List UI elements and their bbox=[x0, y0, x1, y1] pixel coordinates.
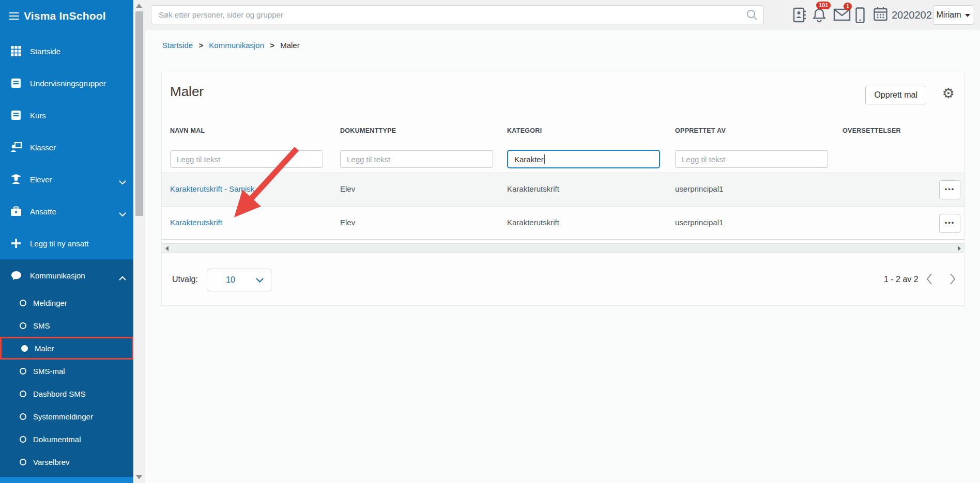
radio-circle-icon bbox=[20, 300, 26, 306]
pagination-bar: Utvalg: 10 1 - 2 av 2 bbox=[162, 261, 964, 298]
page-size-value: 10 bbox=[226, 275, 235, 285]
sidebar-item-undervisningsgrupper[interactable]: Undervisningsgrupper bbox=[0, 67, 133, 99]
breadcrumb-kommunikasjon[interactable]: Kommunikasjon bbox=[209, 41, 264, 50]
column-header-kategori: KATEGORI bbox=[507, 127, 542, 134]
created-by-cell: userprincipal1 bbox=[675, 218, 723, 227]
notifications-badge: 101 bbox=[816, 2, 831, 9]
table-row: Karakterutskrift Elev Karakterutskrift u… bbox=[162, 206, 964, 240]
briefcase-icon bbox=[10, 206, 22, 217]
school-year-label: 20202021 bbox=[892, 9, 938, 21]
filter-kategori-input[interactable]: Karakter bbox=[507, 150, 660, 168]
table-row: Karakterutskrift - Samisk Elev Karakteru… bbox=[162, 173, 964, 206]
template-name-link[interactable]: Karakterutskrift - Samisk bbox=[170, 184, 254, 193]
page-title: Maler bbox=[170, 84, 204, 100]
book-icon bbox=[10, 77, 22, 89]
table-header-row: NAVN MAL DOKUMENTTYPE KATEGORI OPPRETTET… bbox=[162, 127, 964, 137]
sidebar-subitem-dashbord-sms[interactable]: Dashbord SMS bbox=[0, 382, 133, 405]
sidebar-next-item-edge bbox=[0, 477, 133, 483]
sidebar-subitem-systemmeldinger[interactable]: Systemmeldinger bbox=[0, 405, 133, 428]
column-header-opprettet-av: OPPRETTET AV bbox=[675, 127, 726, 134]
envelope-icon[interactable]: 1 bbox=[833, 7, 851, 24]
radio-filled-icon bbox=[21, 345, 28, 352]
kommunikasjon-group: Kommunikasjon Meldinger SMS Maler SMS-ma… bbox=[0, 259, 133, 477]
text-cursor bbox=[544, 154, 545, 164]
row-actions-button[interactable]: ••• bbox=[939, 180, 960, 199]
breadcrumb-separator: > bbox=[198, 41, 203, 50]
sidebar-subitem-sms[interactable]: SMS bbox=[0, 314, 133, 337]
radio-circle-icon bbox=[20, 322, 26, 329]
next-page-button[interactable] bbox=[949, 273, 961, 286]
previous-page-button[interactable] bbox=[926, 273, 938, 286]
radio-circle-icon bbox=[20, 436, 26, 443]
radio-circle-icon bbox=[20, 391, 26, 397]
scroll-left-arrow-icon[interactable] bbox=[165, 246, 169, 251]
sidebar-subitem-varselbrev[interactable]: Varselbrev bbox=[0, 450, 133, 473]
sidebar-item-ansatte[interactable]: Ansatte bbox=[0, 195, 133, 227]
page-size-label: Utvalg: bbox=[172, 275, 198, 284]
graduate-icon bbox=[10, 174, 22, 185]
page-size-select[interactable]: 10 bbox=[207, 269, 271, 291]
filter-navn-mal-input[interactable] bbox=[170, 150, 323, 168]
breadcrumb-current: Maler bbox=[280, 41, 300, 50]
column-header-oversettelser: OVERSETTELSER bbox=[843, 127, 901, 134]
pagination-range: 1 - 2 av 2 bbox=[884, 275, 918, 284]
sidebar-subitem-dokumentmal[interactable]: Dokumentmal bbox=[0, 428, 133, 450]
scroll-right-arrow-icon[interactable] bbox=[958, 246, 961, 251]
chevron-down-icon bbox=[119, 209, 126, 219]
radio-circle-icon bbox=[20, 413, 26, 420]
sidebar-scrollbar[interactable] bbox=[133, 0, 145, 483]
filter-dokumenttype-input[interactable] bbox=[340, 150, 493, 168]
sidebar-item-startside[interactable]: Startside bbox=[0, 35, 133, 67]
sidebar: Visma InSchool Startside Undervisningsgr… bbox=[0, 0, 133, 483]
calendar-icon bbox=[874, 7, 887, 23]
chevron-down-icon bbox=[256, 278, 264, 283]
sidebar-subitem-meldinger[interactable]: Meldinger bbox=[0, 291, 133, 314]
template-name-link[interactable]: Karakterutskrift bbox=[170, 218, 222, 227]
caret-down-icon bbox=[965, 14, 970, 17]
contact-card-icon[interactable] bbox=[792, 7, 807, 25]
column-header-dokumenttype: DOKUMENTTYPE bbox=[340, 127, 396, 134]
category-cell: Karakterutskrift bbox=[507, 184, 559, 193]
maler-card: Maler Opprett mal ⚙ NAVN MAL DOKUMENTTYP… bbox=[161, 72, 965, 306]
sidebar-header: Visma InSchool bbox=[0, 0, 133, 32]
gear-icon[interactable]: ⚙ bbox=[942, 86, 955, 100]
breadcrumb-separator: > bbox=[270, 41, 274, 50]
hamburger-menu-icon[interactable] bbox=[9, 10, 19, 22]
sidebar-subitem-sms-mal[interactable]: SMS-mal bbox=[0, 360, 133, 382]
table-horizontal-scrollbar[interactable] bbox=[162, 243, 964, 253]
plus-icon bbox=[10, 238, 22, 249]
sidebar-item-kurs[interactable]: Kurs bbox=[0, 99, 133, 131]
user-name: Miriam bbox=[937, 10, 961, 20]
sidebar-item-elever[interactable]: Elever bbox=[0, 163, 133, 195]
sidebar-item-klasser[interactable]: Klasser bbox=[0, 131, 133, 163]
bell-icon[interactable]: 101 bbox=[811, 7, 827, 26]
phone-icon[interactable] bbox=[855, 7, 865, 25]
table-filter-row: Karakter bbox=[162, 150, 964, 168]
topbar: 101 1 20202021 Miriam bbox=[145, 0, 980, 29]
user-menu-button[interactable]: Miriam bbox=[933, 5, 973, 25]
search-icon bbox=[746, 9, 758, 23]
scroll-up-arrow-icon[interactable] bbox=[136, 4, 142, 8]
sidebar-item-legg-til-ny-ansatt[interactable]: Legg til ny ansatt bbox=[0, 227, 133, 259]
messages-badge: 1 bbox=[844, 3, 852, 10]
document-type-cell: Elev bbox=[340, 184, 355, 193]
main-content: Startside > Kommunikasjon > Maler Maler … bbox=[145, 29, 980, 483]
breadcrumb-startside[interactable]: Startside bbox=[162, 41, 193, 50]
scroll-down-arrow-icon[interactable] bbox=[136, 475, 142, 479]
column-header-navn-mal: NAVN MAL bbox=[170, 127, 205, 134]
category-cell: Karakterutskrift bbox=[507, 218, 559, 227]
school-year-selector[interactable]: 20202021 bbox=[874, 7, 938, 23]
create-template-button[interactable]: Opprett mal bbox=[865, 86, 926, 104]
grid-icon bbox=[10, 45, 22, 57]
chevron-down-icon bbox=[119, 177, 126, 186]
sidebar-subitem-maler[interactable]: Maler bbox=[0, 337, 133, 360]
visma-inschool-app: Visma InSchool Startside Undervisningsgr… bbox=[0, 0, 980, 483]
sidebar-item-kommunikasjon[interactable]: Kommunikasjon bbox=[0, 259, 133, 291]
row-actions-button[interactable]: ••• bbox=[939, 214, 960, 233]
search-input[interactable] bbox=[151, 5, 764, 24]
app-logo: Visma InSchool bbox=[24, 10, 106, 22]
person-board-icon bbox=[10, 142, 22, 153]
chat-icon bbox=[10, 270, 22, 281]
filter-opprettet-av-input[interactable] bbox=[675, 150, 828, 168]
scrollbar-thumb[interactable] bbox=[135, 11, 143, 216]
